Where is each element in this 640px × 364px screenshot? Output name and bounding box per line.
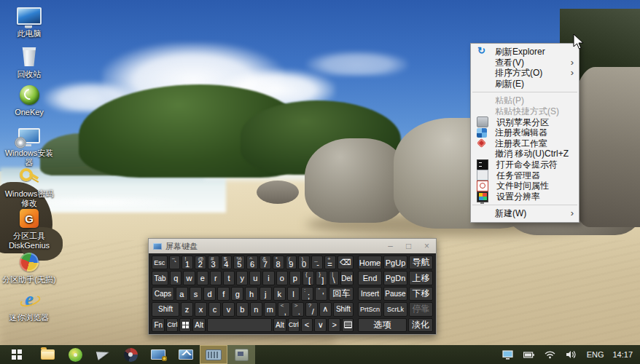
key-comma[interactable]: <, — [278, 302, 290, 316]
key-fn[interactable]: Fn — [152, 318, 165, 332]
context-menu-item-7[interactable]: 识别苹果分区 — [471, 117, 579, 128]
key-1[interactable]: !1 — [182, 256, 193, 269]
key-nav[interactable]: 导航 — [409, 256, 433, 269]
key-y[interactable]: y — [236, 271, 248, 285]
context-menu-item-1[interactable]: 查看(V)› — [471, 58, 579, 68]
key-g[interactable]: g — [231, 287, 243, 301]
key-alt-left[interactable]: Alt — [192, 318, 206, 332]
key-w[interactable]: w — [183, 271, 195, 285]
key-del[interactable]: Del — [340, 271, 354, 285]
key-bracket-right[interactable]: }] — [316, 271, 327, 285]
taskbar-app-osk[interactable] — [200, 345, 227, 364]
key-period[interactable]: >. — [292, 302, 304, 316]
key-s[interactable]: s — [190, 287, 202, 301]
context-menu-item-11[interactable]: 打开命令提示符 — [471, 159, 579, 170]
key-move-up[interactable]: 上移 — [409, 271, 433, 285]
taskbar-app-disc[interactable] — [61, 345, 89, 364]
key-u[interactable]: u — [249, 271, 261, 285]
key-a[interactable]: a — [176, 287, 188, 301]
desktop-icon-mini-browser[interactable]: 迷你浏览器 — [1, 288, 57, 323]
context-menu-item-5[interactable]: 粘贴(P) — [471, 95, 579, 106]
context-menu-item-16[interactable]: 新建(W)› — [471, 208, 579, 219]
desktop-icon-this-pc[interactable]: 此电脑 — [1, 4, 57, 39]
volume-icon[interactable] — [566, 350, 576, 359]
key-enter[interactable]: 回车 — [329, 287, 354, 301]
key-minus[interactable]: _- — [311, 256, 323, 269]
taskbar-app-snip[interactable] — [227, 345, 255, 364]
context-menu-item-14[interactable]: 设置分辨率 — [471, 191, 579, 202]
key-esc[interactable]: Esc — [152, 256, 168, 269]
context-menu-item-9[interactable]: 注册表工作室 — [471, 138, 579, 149]
battery-icon[interactable] — [523, 352, 534, 358]
key-prtscn[interactable]: PrtScn — [358, 302, 382, 316]
maximize-button[interactable]: □ — [399, 240, 418, 253]
key-8[interactable]: *8 — [273, 256, 284, 269]
context-menu-item-13[interactable]: 文件时间属性 — [471, 181, 579, 191]
desktop-icon-windows-installer[interactable]: Windows安装器 — [1, 124, 57, 167]
taskbar-app-remote[interactable] — [172, 345, 200, 364]
key-x[interactable]: x — [195, 302, 207, 316]
desktop-icon-recycle-bin[interactable]: 回收站 — [1, 45, 57, 79]
key-e[interactable]: e — [197, 271, 208, 285]
key-c[interactable]: c — [208, 302, 221, 316]
key-q[interactable]: q — [170, 271, 182, 285]
key-b[interactable]: b — [236, 302, 249, 316]
context-menu-item-8[interactable]: 注册表编辑器 — [471, 127, 579, 138]
osk-titlebar[interactable]: 屏幕键盘 – □ × — [149, 239, 436, 253]
taskbar-app-explorer[interactable] — [34, 345, 61, 364]
key-end[interactable]: End — [358, 271, 382, 285]
key-h[interactable]: h — [245, 287, 257, 301]
key-5[interactable]: %5 — [233, 256, 245, 269]
key-pause[interactable]: Pause — [383, 287, 407, 301]
key-shift-right[interactable]: Shift — [333, 302, 354, 316]
key-equals[interactable]: += — [324, 256, 336, 269]
clock[interactable]: 14:17 — [612, 350, 633, 359]
key-slash[interactable]: ?/ — [305, 302, 318, 316]
key-n[interactable]: n — [250, 302, 262, 316]
key-options[interactable]: 选项 — [358, 318, 407, 332]
key-semicolon[interactable]: :; — [301, 287, 313, 301]
key-caps[interactable]: Caps — [152, 287, 174, 301]
key-2[interactable]: @2 — [195, 256, 206, 269]
context-menu-item-3[interactable]: 刷新(E) — [471, 79, 579, 90]
key-home[interactable]: Home — [358, 256, 382, 269]
key-insert[interactable]: Insert — [358, 287, 382, 301]
key-i[interactable]: i — [262, 271, 274, 285]
language-indicator[interactable]: ENG — [587, 350, 604, 359]
key-f[interactable]: f — [217, 287, 230, 301]
key-4[interactable]: $4 — [221, 256, 233, 269]
key-tab[interactable]: Tab — [152, 271, 168, 285]
key-move-down[interactable]: 下移 — [409, 287, 433, 301]
taskbar-app-pctools[interactable] — [144, 345, 172, 364]
key-right-arrow[interactable]: > — [328, 318, 340, 332]
key-3[interactable]: #3 — [208, 256, 219, 269]
key-m[interactable]: m — [264, 302, 276, 316]
key-shift-left[interactable]: Shift — [152, 302, 179, 316]
key-9[interactable]: (9 — [286, 256, 297, 269]
key-v[interactable]: v — [222, 302, 235, 316]
key-dock[interactable]: 停靠 — [409, 302, 433, 316]
key-ctrl-left[interactable]: Ctrl — [166, 318, 178, 332]
key-pgdn[interactable]: PgDn — [383, 271, 407, 285]
key-z[interactable]: z — [181, 302, 193, 316]
key-down-arrow[interactable]: ∨ — [314, 318, 327, 332]
key-7[interactable]: &7 — [259, 256, 271, 269]
context-menu-item-2[interactable]: 排序方式(O)› — [471, 68, 579, 79]
key-k[interactable]: k — [273, 287, 286, 301]
desktop-icon-partition-assistant[interactable]: 分区助手(无损) — [1, 250, 57, 285]
key-r[interactable]: r — [210, 271, 222, 285]
key-ctrl-right[interactable]: Ctrl — [288, 318, 300, 332]
taskbar-app-send[interactable] — [89, 345, 117, 364]
key-win[interactable] — [179, 318, 191, 332]
key-quote[interactable]: "' — [315, 287, 327, 301]
desktop-icon-windows-password[interactable]: Windows密码修改 — [1, 165, 57, 208]
close-button[interactable]: × — [418, 240, 436, 253]
key-alt-right[interactable]: Alt — [273, 318, 286, 332]
context-menu-item-10[interactable]: 撤消 移动(U)Ctrl+Z — [471, 149, 579, 159]
display-icon[interactable] — [502, 350, 513, 360]
desktop-icon-onekey[interactable]: OneKey — [1, 83, 57, 117]
key-l[interactable]: l — [287, 287, 300, 301]
key-bracket-left[interactable]: {[ — [303, 271, 314, 285]
start-button[interactable] — [0, 345, 34, 364]
key-d[interactable]: d — [203, 287, 216, 301]
